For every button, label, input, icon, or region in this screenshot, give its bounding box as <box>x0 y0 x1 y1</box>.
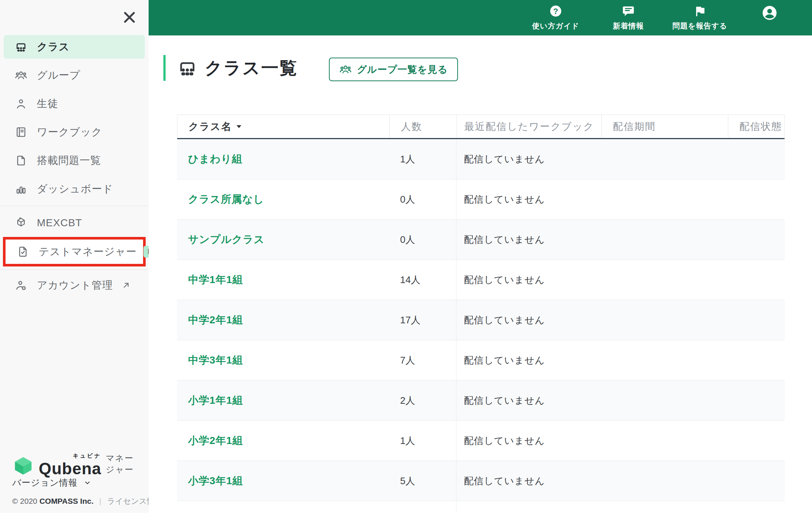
class-name-link[interactable]: 小学2年1組 <box>188 434 243 448</box>
svg-text:?: ? <box>553 7 558 16</box>
period-cell <box>601 421 728 461</box>
class-name-cell: 小学2年1組 <box>177 421 389 461</box>
main-content: クラス一覧 グループ一覧を見る クラス名 人数 最近配信したワークブック 配信期… <box>149 35 812 513</box>
sidebar-close-button[interactable] <box>121 8 138 26</box>
page-title: クラス一覧 <box>205 56 298 80</box>
profile-button[interactable] <box>753 5 786 22</box>
topbar: ?使い方ガイド新着情報問題を報告する <box>149 0 812 35</box>
class-name-link[interactable]: サンプルクラス <box>188 233 265 247</box>
table-row: クラス所属なし0人配信していません <box>177 179 785 220</box>
table-row: 中学1年1組14人配信していません <box>177 260 785 300</box>
sidebar-item-workbook[interactable]: ワークブック <box>4 120 145 144</box>
period-cell <box>601 139 728 179</box>
groups-icon <box>339 63 352 76</box>
workbook-cell: 配信していません <box>456 461 601 501</box>
dashboard-icon <box>15 183 27 195</box>
workbook-cell: 配信していません <box>456 260 601 300</box>
column-header-class-name[interactable]: クラス名 <box>177 115 389 138</box>
class-name-link[interactable]: ひまわり組 <box>188 152 243 166</box>
sidebar-item-account[interactable]: アカウント管理 <box>4 273 145 297</box>
class-name-link[interactable]: クラス所属なし <box>188 192 264 206</box>
sidebar-item-group[interactable]: グループ <box>4 63 145 87</box>
sidebar-item-label: クラス <box>37 40 70 54</box>
version-info-toggle[interactable]: バージョン情報 <box>12 477 91 489</box>
class-icon <box>15 41 27 53</box>
status-cell <box>728 300 785 340</box>
class-name-link[interactable]: 中学1年1組 <box>188 273 243 287</box>
column-header-count: 人数 <box>389 115 457 138</box>
external-link-icon <box>121 280 132 291</box>
topbar-action-label: 問題を報告する <box>665 21 735 31</box>
workbook-cell: 配信していません <box>456 179 601 219</box>
student-count-cell: 1人 <box>389 139 456 179</box>
class-name-cell: 中学1年1組 <box>177 260 389 300</box>
table-header-row: クラス名 人数 最近配信したワークブック 配信期間 配信状態 <box>177 114 785 139</box>
class-name-link[interactable]: 中学2年1組 <box>188 313 243 327</box>
student-icon <box>15 97 27 110</box>
qubena-logo: キュビナ Qubena マネージャー <box>12 452 141 477</box>
topbar-action-report[interactable]: 問題を報告する <box>665 4 735 31</box>
sidebar-item-label: テストマネージャー <box>39 245 137 259</box>
workbook-cell: 配信していません <box>456 300 601 340</box>
status-cell <box>728 461 785 501</box>
sidebar-item-label: アカウント管理 <box>37 278 113 292</box>
period-cell <box>601 340 728 380</box>
column-header-workbook: 最近配信したワークブック <box>457 115 601 138</box>
view-groups-button[interactable]: グループ一覧を見る <box>329 58 458 81</box>
sidebar-item-mexcbt[interactable]: MEXCBT <box>4 212 145 234</box>
app-window: クラスグループ生徒ワークブック搭載問題一覧ダッシュボード MEXCBTテストマネ… <box>0 0 812 513</box>
sidebar-item-student[interactable]: 生徒 <box>4 92 145 116</box>
sidebar-item-label: ダッシュボード <box>37 182 113 196</box>
class-icon <box>177 58 197 78</box>
sidebar-item-class[interactable]: クラス <box>4 35 145 59</box>
student-count-cell: 0人 <box>389 220 456 259</box>
sidebar-divider <box>0 269 149 270</box>
account-circle-icon <box>761 5 778 21</box>
highlight-annotation-box: テストマネージャーNew <box>3 237 146 266</box>
sidebar-item-dashboard[interactable]: ダッシュボード <box>4 177 145 201</box>
column-header-status: 配信状態 <box>728 115 785 138</box>
class-name-cell: ひまわり組 <box>177 139 389 179</box>
table-row-partial <box>177 501 785 513</box>
sidebar-item-problems[interactable]: 搭載問題一覧 <box>4 149 145 172</box>
doc-check-icon <box>17 245 29 258</box>
workbook-cell: 配信していません <box>456 421 601 461</box>
person-add-icon <box>15 279 27 292</box>
period-cell <box>601 300 728 340</box>
sidebar-item-test-manager[interactable]: テストマネージャーNew <box>6 240 143 264</box>
topbar-action-news[interactable]: 新着情報 <box>593 4 663 31</box>
table-row: 小学2年1組1人配信していません <box>177 421 785 461</box>
period-cell <box>601 461 728 501</box>
workbook-cell: 配信していません <box>456 340 601 380</box>
workbook-cell: 配信していません <box>456 220 601 259</box>
topbar-action-guide[interactable]: ?使い方ガイド <box>521 4 591 31</box>
topbar-action-label: 使い方ガイド <box>521 21 591 31</box>
sidebar: クラスグループ生徒ワークブック搭載問題一覧ダッシュボード MEXCBTテストマネ… <box>0 0 149 513</box>
class-name-link[interactable]: 中学3年1組 <box>188 353 243 367</box>
document-icon <box>15 154 27 167</box>
company-name: COMPASS Inc. <box>39 497 94 505</box>
cube-icon <box>15 217 27 229</box>
workbook-cell: 配信していません <box>456 381 601 420</box>
title-accent-bar <box>163 55 166 81</box>
table-body: ひまわり組1人配信していませんクラス所属なし0人配信していませんサンプルクラス0… <box>177 139 785 513</box>
status-cell <box>728 340 785 380</box>
copyright-prefix: © 2020 <box>12 497 37 505</box>
sort-caret-icon <box>236 125 242 128</box>
table-row: 中学2年1組17人配信していません <box>177 300 785 340</box>
class-name-link[interactable]: 小学1年1組 <box>188 393 243 407</box>
class-name-link[interactable]: 小学3年1組 <box>188 474 243 488</box>
logo-text: Qubena <box>39 459 101 478</box>
sidebar-item-label: 生徒 <box>37 97 58 111</box>
table-row: ひまわり組1人配信していません <box>177 139 785 179</box>
logo-ruby: キュビナ <box>73 452 101 459</box>
qubena-cube-icon <box>12 455 34 477</box>
table-row: サンプルクラス0人配信していません <box>177 220 785 260</box>
student-count-cell: 7人 <box>389 340 456 380</box>
flag-icon <box>693 4 707 18</box>
class-name-cell: 小学3年1組 <box>177 461 389 501</box>
period-cell <box>601 260 728 300</box>
class-name-cell: クラス所属なし <box>177 179 389 219</box>
workbook-icon <box>15 126 27 138</box>
close-icon <box>121 22 138 27</box>
